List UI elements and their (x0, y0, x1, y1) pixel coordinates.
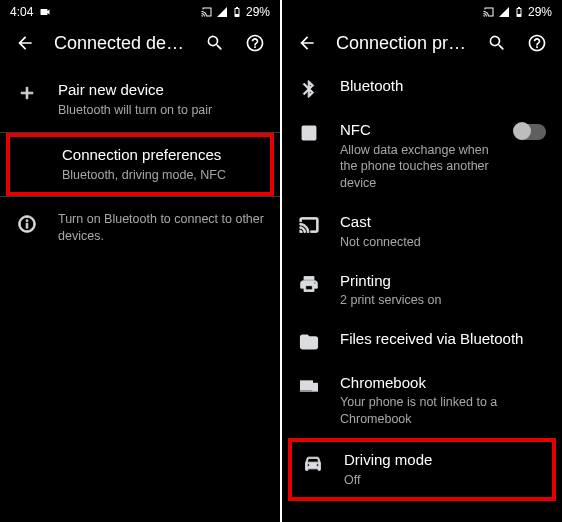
page-title: Connection preferen... (336, 33, 468, 54)
battery-icon (231, 6, 243, 18)
row-title: Files received via Bluetooth (340, 329, 546, 349)
connection-preferences-row[interactable]: Connection preferences Bluetooth, drivin… (10, 137, 270, 191)
camera-icon (39, 6, 51, 18)
driving-mode-highlight: Driving mode Off (288, 438, 556, 500)
files-received-row[interactable]: Files received via Bluetooth (282, 319, 562, 363)
statusbar: 4:04 29% (0, 0, 280, 22)
car-icon (302, 452, 324, 474)
appbar: Connected devices (0, 22, 280, 66)
cast-icon (298, 214, 320, 236)
row-title: NFC (340, 120, 494, 140)
nfc-row[interactable]: NFC Allow data exchange when the phone t… (282, 110, 562, 202)
help-button[interactable] (244, 32, 266, 54)
plus-icon (16, 82, 38, 104)
row-sub: Your phone is not linked to a Chromebook (340, 394, 546, 428)
help-button[interactable] (526, 32, 548, 54)
battery-icon (513, 6, 525, 18)
statusbar: 29% (282, 0, 562, 22)
appbar: Connection preferen... (282, 22, 562, 66)
row-sub: Not connected (340, 234, 546, 251)
row-sub: Off (344, 472, 542, 489)
svg-rect-1 (306, 130, 313, 137)
row-title: Cast (340, 212, 546, 232)
bluetooth-row[interactable]: Bluetooth (282, 66, 562, 110)
back-button[interactable] (296, 32, 318, 54)
row-title: Bluetooth (340, 76, 546, 96)
phone-left: 4:04 29% Connected devices (0, 0, 280, 522)
info-icon (16, 213, 38, 235)
signal-icon (216, 6, 228, 18)
page-title: Connected devices (54, 33, 186, 54)
status-time: 4:04 (10, 5, 33, 19)
bluetooth-icon (298, 78, 320, 100)
row-title: Pair new device (58, 80, 264, 100)
row-sub: Bluetooth will turn on to pair (58, 102, 264, 119)
printing-row[interactable]: Printing 2 print services on (282, 261, 562, 319)
cast-status-icon (201, 6, 213, 18)
devices-icon (298, 375, 320, 397)
info-text: Turn on Bluetooth to connect to other de… (58, 211, 264, 245)
row-title: Driving mode (344, 450, 542, 470)
print-icon (298, 273, 320, 295)
folder-icon (298, 331, 320, 353)
status-battery: 29% (528, 5, 552, 19)
row-sub: Allow data exchange when the phone touch… (340, 142, 494, 193)
search-button[interactable] (486, 32, 508, 54)
info-row: Turn on Bluetooth to connect to other de… (0, 197, 280, 259)
row-sub: 2 print services on (340, 292, 546, 309)
search-button[interactable] (204, 32, 226, 54)
connection-preferences-highlight: Connection preferences Bluetooth, drivin… (6, 133, 274, 195)
nfc-icon (298, 122, 320, 144)
back-button[interactable] (14, 32, 36, 54)
chromebook-row[interactable]: Chromebook Your phone is not linked to a… (282, 363, 562, 438)
nfc-toggle[interactable] (514, 124, 546, 140)
pair-new-device-row[interactable]: Pair new device Bluetooth will turn on t… (0, 66, 280, 132)
spacer-icon (20, 147, 42, 169)
status-battery: 29% (246, 5, 270, 19)
svg-rect-2 (301, 381, 313, 389)
svg-rect-3 (313, 383, 317, 391)
driving-mode-row[interactable]: Driving mode Off (292, 442, 552, 496)
row-title: Connection preferences (62, 145, 260, 165)
row-title: Printing (340, 271, 546, 291)
cast-status-icon (483, 6, 495, 18)
row-sub: Bluetooth, driving mode, NFC (62, 167, 260, 184)
cast-row[interactable]: Cast Not connected (282, 202, 562, 260)
phone-right: 29% Connection preferen... Bluetooth (282, 0, 562, 522)
row-title: Chromebook (340, 373, 546, 393)
signal-icon (498, 6, 510, 18)
